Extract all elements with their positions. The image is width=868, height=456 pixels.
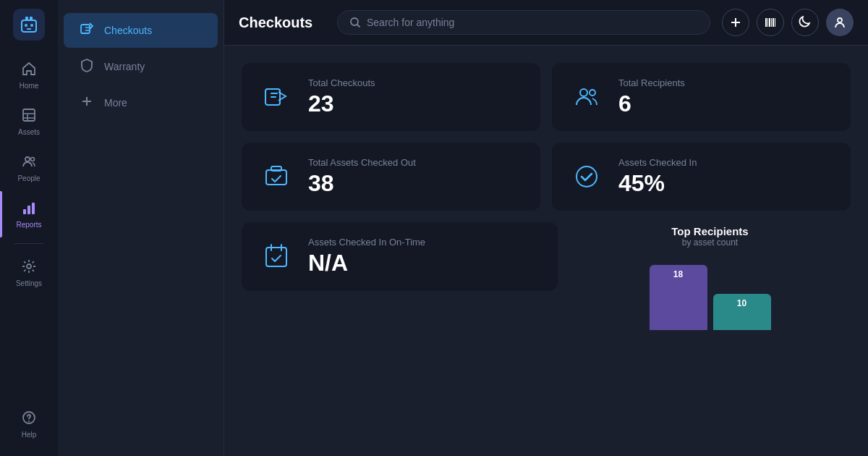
people-icon [21,153,37,172]
secondary-item-warranty[interactable]: Warranty [64,49,218,84]
nav-label-reports: Reports [16,221,41,229]
bottom-row: Assets Checked In On-Time N/A Top Recipi… [242,222,851,330]
add-button[interactable] [722,9,749,36]
assets-checked-out-icon [259,159,294,194]
svg-point-10 [25,157,30,161]
svg-rect-18 [81,25,90,33]
help-icon [21,410,37,428]
svg-rect-14 [32,203,35,214]
barcode-button[interactable] [757,9,784,36]
assets-checked-in-label: Assets Checked In [618,157,697,168]
svg-rect-37 [266,248,286,266]
search-icon [349,17,361,28]
nav-label-home: Home [20,82,39,90]
stats-grid-row2: Total Assets Checked Out 38 Assets Check… [242,143,851,211]
nav-label-people: People [17,174,40,182]
nav-label-assets: Assets [18,128,40,136]
total-checkouts-label: Total Checkouts [308,77,375,88]
nav-item-assets[interactable]: Assets [0,98,58,145]
total-checkouts-icon [259,80,294,114]
assets-checked-out-value: 38 [308,171,416,196]
svg-rect-27 [771,18,772,27]
stat-card-checked-in-ontime: Assets Checked In On-Time N/A [242,222,558,290]
total-recipients-icon [569,80,604,114]
nav-label-help: Help [22,431,37,439]
svg-point-17 [28,421,30,422]
nav-label-settings: Settings [16,279,42,287]
total-recipients-value: 6 [618,91,685,117]
total-recipients-info: Total Recipients 6 [618,77,685,117]
bar-1-value: 18 [673,269,683,279]
bar-1: 18 [650,265,707,330]
svg-rect-29 [775,18,775,27]
secondary-item-more[interactable]: More [64,85,218,120]
total-recipients-label: Total Recipients [618,77,685,88]
svg-point-11 [31,158,35,161]
page-title: Checkouts [239,14,326,31]
barcode-icon [764,16,777,29]
chart-title: Top Recipients [671,225,748,237]
nav-item-home[interactable]: Home [0,52,58,98]
bar-chart: 18 10 [650,258,771,330]
checked-in-ontime-value: N/A [308,250,425,276]
plus-icon [729,16,742,29]
secondary-item-checkouts[interactable]: Checkouts [64,13,218,48]
svg-rect-26 [769,18,770,27]
svg-rect-3 [27,28,31,30]
chart-section: Top Recipients by asset count 18 10 [569,222,851,330]
assets-checked-in-value: 45% [618,171,697,196]
checkouts-secondary-icon [78,22,95,39]
chart-subtitle: by asset count [682,237,738,248]
warranty-icon [78,58,95,75]
assets-checked-in-icon [569,159,604,194]
secondary-sidebar: Checkouts Warranty More [58,0,224,456]
stat-card-assets-checked-in: Assets Checked In 45% [552,143,851,211]
assets-checked-out-info: Total Assets Checked Out 38 [308,157,416,196]
stats-grid-row1: Total Checkouts 23 Total Recipients 6 [242,63,851,131]
stat-card-total-recipients: Total Recipients 6 [552,63,851,131]
svg-rect-12 [23,209,26,214]
secondary-label-warranty: Warranty [104,61,145,72]
nav-item-settings[interactable]: Settings [0,250,58,296]
svg-rect-4 [25,17,28,20]
checked-in-ontime-label: Assets Checked In On-Time [308,237,425,248]
main-content: Checkouts [224,0,868,456]
bar-2-value: 10 [737,298,746,308]
svg-rect-28 [773,18,774,27]
svg-point-15 [27,264,31,269]
svg-rect-34 [266,170,286,185]
search-bar[interactable] [337,10,710,35]
stat-card-assets-checked-out: Total Assets Checked Out 38 [242,143,540,211]
svg-rect-13 [27,206,30,214]
more-icon [78,94,95,111]
nav-item-people[interactable]: People [0,145,58,191]
avatar-button[interactable] [826,9,854,36]
svg-point-33 [590,90,595,96]
dark-mode-button[interactable] [791,9,819,36]
moon-icon [799,16,812,29]
app-logo[interactable] [13,9,45,41]
svg-rect-24 [765,18,767,27]
svg-rect-25 [767,18,768,27]
content-area: Total Checkouts 23 Total Recipients 6 [224,46,868,456]
total-checkouts-value: 23 [308,91,375,117]
assets-checked-in-info: Assets Checked In 45% [618,157,697,196]
settings-icon [21,258,37,276]
search-input[interactable] [367,17,698,28]
checked-in-ontime-info: Assets Checked In On-Time N/A [308,237,425,276]
nav-item-reports[interactable]: Reports [0,191,58,237]
reports-icon [21,200,37,218]
nav-divider [14,243,43,244]
icon-sidebar: Home Assets People [0,0,58,456]
svg-point-32 [580,89,587,96]
user-icon [833,16,846,29]
checked-in-ontime-icon [259,239,294,274]
nav-item-help[interactable]: Help [0,401,58,447]
header-actions [722,9,854,36]
secondary-label-more: More [104,97,127,109]
assets-checked-out-label: Total Assets Checked Out [308,157,416,168]
svg-rect-6 [23,109,35,121]
svg-point-1 [25,24,27,27]
svg-point-36 [576,166,597,187]
svg-rect-5 [30,17,33,20]
